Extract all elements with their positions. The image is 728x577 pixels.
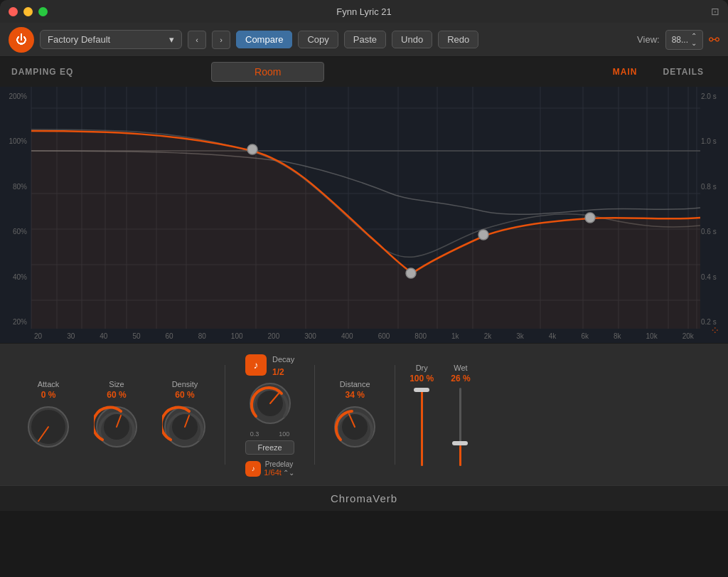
wet-group: Wet 26 % <box>442 364 478 466</box>
power-button[interactable]: ⏻ <box>9 27 34 53</box>
distance-label: Distance <box>340 380 370 388</box>
eq-chart: 200% 100% 80% 60% 40% 20% 2.0 s 1.0 s 0.… <box>0 87 728 343</box>
dry-track <box>421 388 423 466</box>
svg-point-29 <box>478 230 488 240</box>
window-title: Fynn Lyric 21 <box>336 6 392 17</box>
decay-knob[interactable] <box>247 381 293 426</box>
freeze-tick2: 100 <box>279 430 289 438</box>
fx-icon[interactable]: ⁘ <box>710 324 719 337</box>
footer-text: ChromaVerb <box>331 492 397 504</box>
view-value-text: 88... <box>672 35 688 45</box>
dry-fill <box>421 388 423 466</box>
chart-y-axis-right: 2.0 s 1.0 s 0.8 s 0.6 s 0.4 s 0.2 s <box>697 87 728 329</box>
footer: ChromaVerb <box>0 485 728 511</box>
dry-slider[interactable] <box>414 388 429 466</box>
divider-2 <box>314 365 315 465</box>
svg-point-30 <box>585 213 595 223</box>
wet-slider[interactable] <box>454 388 468 466</box>
title-bar: Fynn Lyric 21 ⊡ <box>0 0 728 23</box>
paste-button[interactable]: Paste <box>344 31 386 48</box>
predelay-label: Predelay <box>264 460 294 468</box>
freeze-section: 0.3 100 Freeze <box>245 430 294 455</box>
attack-group: Attack 0 % <box>14 380 82 450</box>
size-group: Size 60 % <box>82 380 151 450</box>
chart-x-axis: 2030405060 80100200300400 6008001k2k3k 4… <box>31 329 697 343</box>
minimize-button[interactable] <box>23 7 33 16</box>
preset-dropdown[interactable]: Factory Default ▾ <box>40 30 182 49</box>
nav-back-button[interactable]: ‹ <box>188 31 206 49</box>
tab-main[interactable]: MAIN <box>600 64 651 80</box>
preset-label: Factory Default <box>48 34 110 45</box>
room-label: Room <box>255 66 281 78</box>
freeze-ticks: 0.3 100 <box>250 430 290 438</box>
svg-point-28 <box>406 268 416 278</box>
density-value: 60 % <box>175 390 194 400</box>
size-label: Size <box>109 380 124 388</box>
decay-music-note-button[interactable]: ♪ <box>245 354 267 376</box>
window-icon: ⊡ <box>711 6 719 17</box>
close-button[interactable] <box>9 7 18 16</box>
wet-fill <box>459 445 461 466</box>
window-controls <box>9 7 48 16</box>
predelay-stepper[interactable]: ⌃⌄ <box>283 469 294 477</box>
dry-group: Dry 100 % <box>401 364 442 466</box>
dry-thumb[interactable] <box>414 388 429 392</box>
predelay-note-icon[interactable]: ♪ <box>245 461 261 477</box>
attack-label: Attack <box>38 380 60 388</box>
maximize-button[interactable] <box>38 7 48 16</box>
undo-button[interactable]: Undo <box>392 31 432 48</box>
dry-label: Dry <box>416 364 428 372</box>
predelay-section: ♪ Predelay 1/64t ⌃⌄ <box>245 460 294 477</box>
attack-value: 0 % <box>41 390 56 400</box>
distance-value: 34 % <box>346 390 365 400</box>
divider-1 <box>225 365 225 465</box>
view-spinner-icon: ⌃⌄ <box>691 33 697 47</box>
room-tab[interactable]: Room <box>211 62 324 82</box>
distance-group: Distance 34 % <box>321 380 389 450</box>
toolbar: ⏻ Factory Default ▾ ‹ › Compare Copy Pas… <box>0 23 728 57</box>
compare-button[interactable]: Compare <box>236 31 292 48</box>
density-group: Density 60 % <box>151 380 219 450</box>
wet-thumb[interactable] <box>452 441 468 445</box>
size-knob[interactable] <box>94 404 139 450</box>
svg-point-27 <box>247 144 257 154</box>
distance-knob[interactable] <box>332 404 378 450</box>
wet-value: 26 % <box>451 374 470 383</box>
wet-track <box>459 388 461 466</box>
decay-section: ♪ Decay 1/2 0.3 100 Freeze ♪ <box>231 352 309 477</box>
view-tabs: MAIN DETAILS <box>600 64 717 80</box>
decay-value: 1/2 <box>272 367 284 377</box>
tab-details[interactable]: DETAILS <box>651 64 717 80</box>
decay-label: Decay <box>272 355 294 364</box>
divider-3 <box>395 365 395 465</box>
decay-top: ♪ Decay 1/2 <box>245 352 294 378</box>
freeze-button[interactable]: Freeze <box>245 440 294 455</box>
dry-value: 100 % <box>410 374 434 383</box>
eq-svg <box>0 87 728 343</box>
density-label: Density <box>172 380 198 388</box>
freeze-tick1: 0.3 <box>250 430 259 438</box>
bottom-panel: Attack 0 % Size 60 % Density 60 % <box>0 343 728 485</box>
link-icon[interactable]: ⚯ <box>709 32 719 48</box>
nav-forward-button[interactable]: › <box>212 31 230 49</box>
view-value-display[interactable]: 88... ⌃⌄ <box>665 30 703 50</box>
chart-y-axis-left: 200% 100% 80% 60% 40% 20% <box>0 87 31 329</box>
size-value: 60 % <box>107 390 126 400</box>
view-label: View: <box>637 34 660 45</box>
density-knob[interactable] <box>162 404 208 450</box>
eq-label: DAMPING EQ <box>11 67 73 77</box>
predelay-value: 1/64t <box>264 468 281 477</box>
attack-knob[interactable] <box>26 404 71 450</box>
redo-button[interactable]: Redo <box>438 31 478 48</box>
copy-button[interactable]: Copy <box>298 31 338 48</box>
wet-label: Wet <box>454 364 467 372</box>
eq-header: DAMPING EQ Room MAIN DETAILS <box>0 57 728 87</box>
dropdown-arrow-icon: ▾ <box>169 34 174 45</box>
